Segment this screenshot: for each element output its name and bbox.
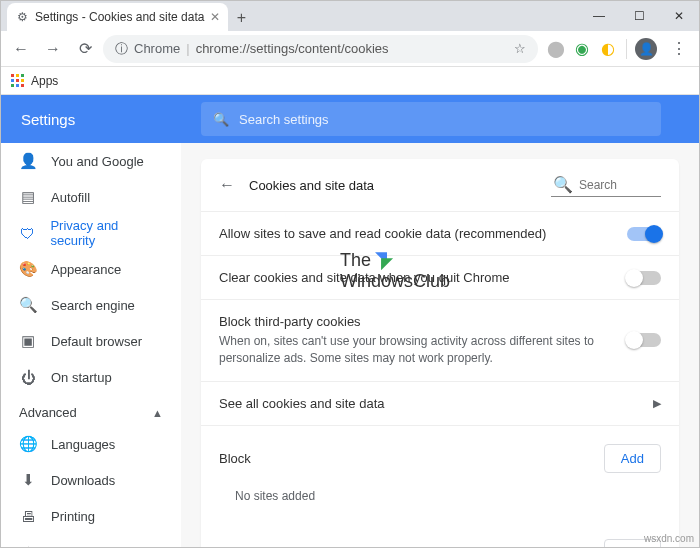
extension-icon[interactable]: ◐: [598, 39, 618, 59]
title-bar: ⚙ Settings - Cookies and site data ✕ + —…: [1, 1, 699, 31]
page-title: Cookies and site data: [249, 178, 374, 193]
extension-icon[interactable]: ⬤: [546, 39, 566, 59]
accessibility-icon: ✦: [19, 543, 37, 547]
palette-icon: 🎨: [19, 260, 37, 278]
sidebar-item-appearance[interactable]: 🎨Appearance: [1, 251, 181, 287]
add-block-button[interactable]: Add: [604, 444, 661, 473]
profile-avatar[interactable]: 👤: [635, 38, 657, 60]
url-scheme: Chrome: [134, 41, 180, 56]
chevron-up-icon: ▲: [152, 407, 163, 419]
bookmarks-bar: Apps: [1, 67, 699, 95]
sidebar-item-default-browser[interactable]: ▣Default browser: [1, 323, 181, 359]
browser-toolbar: ← → ⟳ ⓘ Chrome | chrome://settings/conte…: [1, 31, 699, 67]
source-tag: wsxdn.com: [644, 533, 694, 544]
autofill-icon: ▤: [19, 188, 37, 206]
sidebar-item-on-startup[interactable]: ⏻On startup: [1, 359, 181, 395]
cookies-card: ← Cookies and site data 🔍 Allow sites to…: [201, 159, 679, 547]
sidebar-item-accessibility[interactable]: ✦Accessibility: [1, 534, 181, 547]
bookmark-star-icon[interactable]: ☆: [514, 41, 526, 56]
reload-button[interactable]: ⟳: [71, 35, 99, 63]
toggle-allow-cookies[interactable]: [627, 227, 661, 241]
url-text: chrome://settings/content/cookies: [196, 41, 389, 56]
tab-title: Settings - Cookies and site data: [35, 10, 204, 24]
sidebar-item-privacy[interactable]: 🛡Privacy and security: [1, 215, 181, 251]
printer-icon: 🖶: [19, 508, 37, 525]
browser-tab[interactable]: ⚙ Settings - Cookies and site data ✕: [7, 3, 228, 31]
download-icon: ⬇: [19, 471, 37, 489]
apps-label[interactable]: Apps: [31, 74, 58, 88]
section-clear-label: Clear on exit: [219, 546, 292, 547]
search-icon: 🔍: [213, 112, 229, 127]
row-see-all-cookies[interactable]: See all cookies and site data ▶: [201, 382, 679, 426]
search-icon: 🔍: [19, 296, 37, 314]
apps-icon[interactable]: [11, 74, 25, 88]
settings-search[interactable]: 🔍: [201, 102, 661, 136]
person-icon: 👤: [19, 152, 37, 170]
row-allow-cookies[interactable]: Allow sites to save and read cookie data…: [201, 212, 679, 256]
section-block-label: Block: [219, 451, 251, 466]
minimize-button[interactable]: —: [579, 1, 619, 31]
settings-header: Settings 🔍: [1, 95, 699, 143]
power-icon: ⏻: [19, 369, 37, 386]
menu-button[interactable]: ⋮: [665, 35, 693, 63]
maximize-button[interactable]: ☐: [619, 1, 659, 31]
site-info-icon[interactable]: ⓘ: [115, 40, 128, 58]
close-tab-icon[interactable]: ✕: [210, 10, 220, 24]
toggle-block-third-party[interactable]: [627, 333, 661, 347]
forward-button[interactable]: →: [39, 35, 67, 63]
settings-sidebar: 👤You and Google ▤Autofill 🛡Privacy and s…: [1, 143, 181, 547]
toggle-clear-on-quit[interactable]: [627, 271, 661, 285]
row-clear-on-quit[interactable]: Clear cookies and site data when you qui…: [201, 256, 679, 300]
address-bar[interactable]: ⓘ Chrome | chrome://settings/content/coo…: [103, 35, 538, 63]
sidebar-item-autofill[interactable]: ▤Autofill: [1, 179, 181, 215]
back-arrow-button[interactable]: ←: [219, 176, 235, 194]
sidebar-item-printing[interactable]: 🖶Printing: [1, 498, 181, 534]
block-empty-text: No sites added: [201, 481, 679, 521]
row-block-third-party[interactable]: Block third-party cookies When on, sites…: [201, 300, 679, 382]
browser-icon: ▣: [19, 332, 37, 350]
sidebar-item-search-engine[interactable]: 🔍Search engine: [1, 287, 181, 323]
globe-icon: 🌐: [19, 435, 37, 453]
settings-main-panel: ← Cookies and site data 🔍 Allow sites to…: [181, 143, 699, 547]
page-search-input[interactable]: [579, 178, 649, 192]
settings-search-input[interactable]: [239, 112, 649, 127]
back-button[interactable]: ←: [7, 35, 35, 63]
page-search[interactable]: 🔍: [551, 173, 661, 197]
new-tab-button[interactable]: +: [228, 5, 254, 31]
close-window-button[interactable]: ✕: [659, 1, 699, 31]
extension-icon[interactable]: ◉: [572, 39, 592, 59]
chevron-right-icon: ▶: [653, 397, 661, 410]
settings-title: Settings: [1, 111, 181, 128]
sidebar-item-languages[interactable]: 🌐Languages: [1, 426, 181, 462]
sidebar-advanced-toggle[interactable]: Advanced▲: [1, 395, 181, 426]
shield-icon: 🛡: [19, 225, 36, 242]
sidebar-item-downloads[interactable]: ⬇Downloads: [1, 462, 181, 498]
search-icon: 🔍: [553, 175, 573, 194]
gear-icon: ⚙: [15, 10, 29, 24]
sidebar-item-you-and-google[interactable]: 👤You and Google: [1, 143, 181, 179]
